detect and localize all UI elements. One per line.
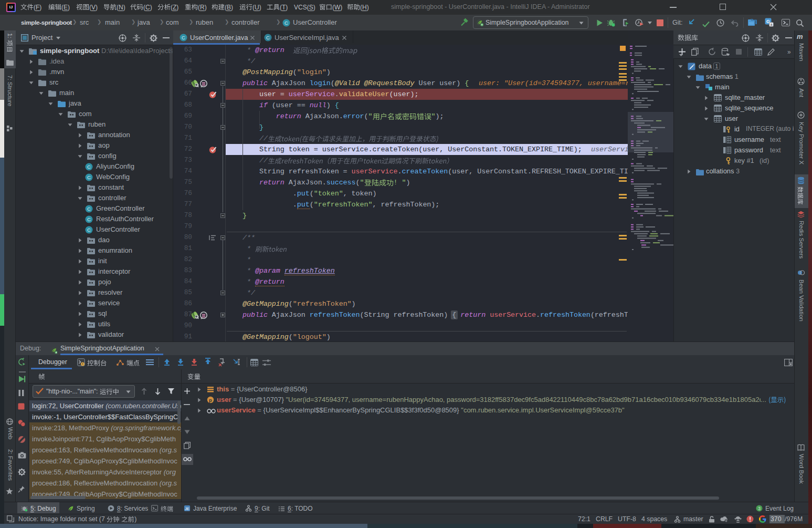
svg-text:p: p (209, 397, 212, 402)
svg-text:C: C (87, 227, 91, 233)
svg-text:3: 3 (758, 506, 761, 511)
svg-text:C: C (87, 206, 91, 212)
svg-text:JE: JE (185, 506, 189, 511)
svg-text:C: C (87, 164, 91, 170)
svg-text:C: C (87, 216, 91, 222)
svg-text:C: C (284, 20, 288, 26)
svg-text:C: C (266, 35, 270, 40)
svg-text:a: a (771, 23, 773, 26)
svg-text:C: C (182, 35, 185, 40)
svg-text:C: C (87, 174, 91, 180)
